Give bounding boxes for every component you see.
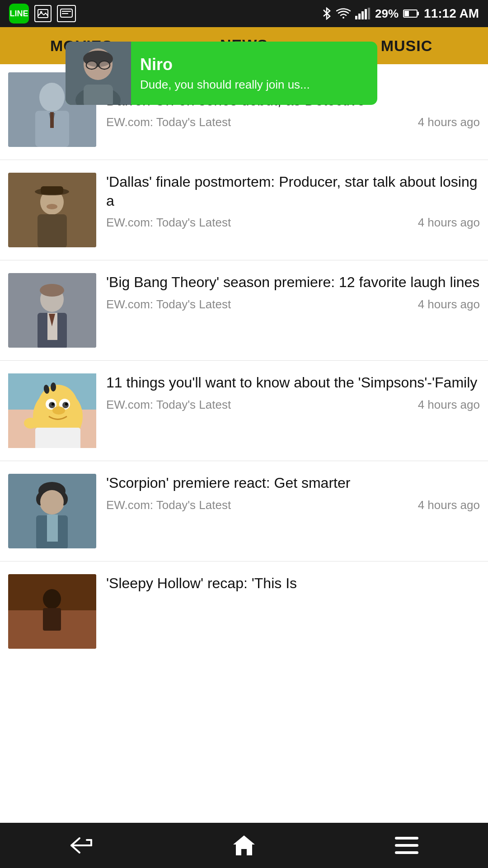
svg-rect-12 [417, 12, 419, 15]
svg-point-45 [51, 382, 56, 392]
svg-rect-11 [404, 11, 409, 16]
svg-point-51 [65, 403, 68, 406]
svg-point-32 [47, 204, 57, 209]
news-thumbnail-scorpion [8, 474, 96, 548]
news-meta-scorpion: EW.com: Today's Latest 4 hours ago [106, 498, 480, 512]
wifi-icon [336, 8, 351, 19]
news-title-bbt: 'Big Bang Theory' season premiere: 12 fa… [106, 273, 480, 292]
svg-point-21 [87, 61, 97, 69]
svg-point-50 [52, 403, 54, 406]
news-item-dallas[interactable]: 'Dallas' finale postmortem: Producer, st… [0, 160, 488, 260]
news-content-scorpion: 'Scorpion' premiere react: Get smarter E… [106, 474, 480, 512]
status-bar: LINE 29% [0, 0, 488, 27]
bottom-navigation [0, 823, 488, 868]
svg-rect-53 [35, 428, 80, 448]
signal-icon [355, 8, 371, 19]
bluetooth-icon [322, 7, 332, 20]
svg-rect-75 [395, 844, 418, 847]
svg-rect-31 [41, 186, 63, 194]
news-item-bbt[interactable]: 'Big Bang Theory' season premiere: 12 fa… [0, 260, 488, 361]
svg-point-36 [40, 284, 64, 297]
svg-marker-73 [233, 835, 255, 855]
news-meta-partial: EW.com: Today's Latest 4 hours ago [106, 115, 480, 129]
news-content-sleepyhollow: 'Sleepy Hollow' recap: 'This Is [106, 574, 480, 593]
line-app-icon: LINE [9, 4, 29, 24]
svg-rect-74 [395, 837, 418, 840]
news-title-dallas: 'Dallas' finale postmortem: Producer, st… [106, 173, 480, 210]
svg-rect-6 [358, 14, 361, 19]
notification-message: Dude, you should really join us... [140, 78, 310, 92]
notification-sender-name: Niro [140, 55, 310, 74]
gallery-icon [34, 5, 52, 22]
battery-icon [403, 9, 419, 19]
notification-popup[interactable]: Niro Dude, you should really join us... [66, 42, 377, 105]
svg-point-22 [99, 61, 109, 69]
svg-rect-8 [365, 9, 367, 19]
home-button[interactable] [226, 832, 262, 859]
news-item-scorpion[interactable]: 'Scorpion' premiere react: Get smarter E… [0, 461, 488, 561]
svg-rect-17 [84, 85, 113, 105]
menu-button[interactable] [389, 832, 425, 859]
svg-rect-64 [47, 514, 58, 542]
news-item-simpsons[interactable]: 11 things you'll want to know about the … [0, 361, 488, 461]
status-left-icons: LINE [9, 4, 76, 24]
news-thumbnail-sleepyhollow [8, 574, 96, 649]
svg-point-54 [24, 418, 38, 429]
status-right-info: 29% 11:12 AM [322, 6, 479, 21]
svg-rect-7 [361, 11, 364, 19]
news-thumbnail-bbt [8, 273, 96, 348]
battery-percent: 29% [375, 7, 399, 21]
news-meta-simpsons: EW.com: Today's Latest 4 hours ago [106, 398, 480, 412]
news-title-simpsons: 11 things you'll want to know about the … [106, 373, 480, 392]
news-meta-bbt: EW.com: Today's Latest 4 hours ago [106, 297, 480, 311]
news-title-sleepyhollow: 'Sleepy Hollow' recap: 'This Is [106, 574, 480, 593]
svg-rect-76 [395, 851, 418, 854]
svg-point-24 [39, 83, 65, 112]
notification-avatar [66, 42, 131, 105]
news-content-bbt: 'Big Bang Theory' season premiere: 12 fa… [106, 273, 480, 311]
news-title-scorpion: 'Scorpion' premiere react: Get smarter [106, 474, 480, 493]
svg-rect-69 [43, 608, 61, 631]
notification-content: Niro Dude, you should really join us... [131, 49, 319, 98]
news-thumbnail-dallas [8, 173, 96, 247]
news-content-dallas: 'Dallas' finale postmortem: Producer, st… [106, 173, 480, 230]
back-button[interactable] [63, 832, 99, 859]
news-thumbnail-simpsons [8, 373, 96, 448]
news-feed: think of its 'Pilot'. Darren Orf on seri… [0, 64, 488, 823]
svg-rect-27 [50, 112, 54, 128]
news-meta-dallas: EW.com: Today's Latest 4 hours ago [106, 216, 480, 230]
svg-rect-9 [368, 8, 370, 19]
message-icon [57, 5, 76, 22]
svg-rect-5 [355, 16, 357, 19]
news-item-sleepyhollow[interactable]: 'Sleepy Hollow' recap: 'This Is [0, 561, 488, 653]
svg-point-62 [40, 490, 64, 514]
news-content-simpsons: 11 things you'll want to know about the … [106, 373, 480, 412]
status-time: 11:12 AM [424, 6, 479, 21]
svg-point-52 [52, 406, 65, 415]
svg-rect-33 [38, 214, 67, 247]
svg-point-68 [43, 589, 61, 609]
